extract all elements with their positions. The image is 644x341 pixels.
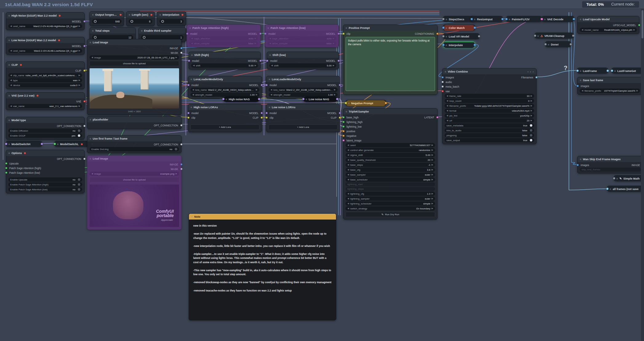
stepper-right-icon[interactable]: ▶ [432, 149, 433, 151]
node-header[interactable]: ≡all frames (not save [607, 186, 643, 192]
output-slot[interactable] [261, 112, 263, 114]
widget-image[interactable]: ◀imageexample.png▶ [90, 172, 179, 176]
collapsed-output-slot[interactable] [501, 18, 504, 20]
input-slot[interactable] [342, 33, 345, 35]
widget-clip-name[interactable]: ◀clip_namensfw_umt5_xxl_fp8_e4m3fn_scale… [8, 73, 82, 77]
collapse-icon[interactable]: ≡ [8, 143, 10, 146]
toggle-enable-gguf[interactable]: Enable GGUFyes [8, 133, 82, 138]
stepper-right-icon[interactable]: ▶ [432, 178, 433, 181]
stepper-right-icon[interactable]: ▶ [432, 192, 433, 195]
button-run-dry-run[interactable]: ✎Run Dry Run [346, 212, 435, 217]
node-header[interactable]: ≡Note [189, 214, 336, 220]
widget-base-quality-threshold[interactable]: ◀base_quality_threshold20▶ [346, 158, 435, 162]
widget-allow-compile[interactable]: ◀allow_compilefalse▶ [189, 41, 258, 46]
stepper-right-icon[interactable]: ▶ [531, 119, 532, 122]
node-clip-loader[interactable]: ≡CLIPCLIP◀clip_namensfw_umt5_xxl_fp8_e4m… [6, 61, 85, 89]
stepper-right-icon[interactable]: ▶ [255, 64, 256, 67]
stepper-left-icon[interactable]: ◀ [191, 37, 193, 40]
node-header[interactable]: ≡Options [6, 150, 84, 156]
collapse-icon[interactable]: ≡ [190, 106, 192, 109]
node-header[interactable]: ≡LastFrame [578, 68, 608, 74]
stepper-right-icon[interactable]: ▶ [176, 56, 177, 59]
node-header[interactable]: ≡Output longest side [90, 12, 124, 18]
stepper-right-icon[interactable]: ▶ [79, 105, 80, 107]
node-header[interactable]: ≡ModelSwitchH [6, 141, 42, 147]
stepper-right-icon[interactable]: ▶ [432, 154, 433, 156]
node-patch-sage-high[interactable]: ≡Patch Sage Attention (high)modelMODEL◀s… [187, 25, 261, 47]
node-lora-loader-high[interactable]: ≡LoraLoaderModelOnlymodelMODEL◀lora_name… [188, 76, 262, 99]
node-load-image-2[interactable]: ≡Load ImageIMAGEMASK◀imageexample.png▶ch… [87, 155, 182, 230]
image-preview[interactable] [90, 68, 179, 109]
widget-control-after-generate[interactable]: ◀control after generaterandomize▶ [346, 148, 435, 152]
widget-format[interactable]: ◀formatvideo/h264-mp4▶ [445, 109, 534, 113]
input-slot[interactable] [5, 172, 7, 174]
stepper-left-icon[interactable]: ◀ [193, 64, 194, 67]
stepper-right-icon[interactable]: ▶ [334, 93, 336, 96]
collapse-icon[interactable]: ≡ [191, 54, 193, 57]
collapse-icon[interactable]: ≡ [580, 79, 581, 82]
stepper-left-icon[interactable]: ◀ [347, 192, 349, 195]
node-header[interactable]: ≡Interpolation [157, 12, 186, 18]
stepper-right-icon[interactable]: ▶ [531, 114, 532, 117]
output-slot[interactable] [338, 60, 340, 62]
stepper-right-icon[interactable]: ▶ [531, 109, 532, 112]
prompt-textarea[interactable]: Subject pulls bikini to either side, exp… [346, 37, 435, 91]
node-vae-decode[interactable]: ≡VAE Decode [542, 16, 574, 22]
widget-image[interactable]: ◀image2020-07-28_05-16-44_UTC_1.jpg▶ [90, 55, 179, 60]
stepper-left-icon[interactable]: ◀ [10, 25, 12, 27]
node-header[interactable]: ≡Length (sec) [126, 12, 154, 18]
stepper-right-icon[interactable]: ▶ [333, 64, 334, 67]
stepper-left-icon[interactable]: ◀ [10, 74, 12, 77]
dial-knob-icon[interactable] [161, 20, 164, 23]
widget-filename-prefix[interactable]: ◀filename_prefix%date:yyyy-MM-dd%/157%Tr… [445, 104, 534, 108]
collapsed-output-slot[interactable] [336, 98, 338, 100]
stepper-left-icon[interactable]: ◀ [347, 207, 349, 210]
widget-allow-compile[interactable]: ◀allow_compilefalse▶ [267, 41, 336, 46]
node-header[interactable]: ≡Low noise NAG [303, 96, 337, 102]
node-header[interactable]: ≡Low Noise (GGUF) Wan 2.2 model [6, 37, 84, 43]
node-video-combine[interactable]: ≡Video Combine● ● ●imagesFilenamesaudiom… [442, 68, 537, 144]
node-header[interactable]: ≡placeholder [87, 117, 181, 122]
output-slot[interactable] [338, 33, 340, 35]
input-slot[interactable] [342, 116, 345, 118]
node-header[interactable]: ≡Video Combine● ● ● [442, 69, 536, 74]
node-header[interactable]: ≡CLIP [6, 62, 84, 68]
input-slot[interactable] [442, 85, 444, 88]
collapsed-output-slot[interactable] [385, 102, 387, 104]
widget-shift[interactable]: ◀shift5.00▶ [269, 63, 336, 68]
collapsed-output-slot[interactable] [474, 44, 476, 46]
widget-lightning-scheduler[interactable]: ◀lightning_schedulersimple▶ [346, 201, 435, 206]
widget-sage-attention[interactable]: ◀sage_attentionauto▶ [267, 36, 336, 41]
node-patch-sage-low[interactable]: ≡Patch Sage Attention (low)modelMODEL◀sa… [265, 25, 339, 47]
node-low-noise-nag[interactable]: ≡Low noise NAG [303, 96, 338, 102]
collapse-icon[interactable]: ≡ [8, 94, 10, 97]
widget-device[interactable]: ◀devicecuda:0▶ [8, 83, 82, 87]
widget-base-steps[interactable]: ◀base_steps-1▶ [346, 163, 435, 167]
collapsed-input-slot[interactable] [470, 18, 473, 20]
input-slot[interactable] [577, 164, 579, 166]
collapse-icon[interactable]: ≡ [90, 41, 91, 44]
node-resize-input[interactable]: ≡ResizeInput [471, 16, 503, 22]
collapse-icon[interactable]: ≡ [537, 34, 539, 38]
collapse-icon[interactable]: ≡ [580, 158, 581, 161]
stepper-left-icon[interactable]: ◀ [347, 173, 349, 176]
toggle-knob[interactable] [78, 183, 80, 186]
stepper-left-icon[interactable]: ◀ [10, 84, 12, 86]
dial-knob-icon[interactable] [130, 20, 133, 23]
node-vram-cleanup[interactable]: ≡⚠VRAM-Cleanup [535, 33, 574, 38]
widget-shift[interactable]: ◀shift5.00▶ [191, 63, 258, 68]
disabled-widget-lightning-start[interactable]: lightning_start [346, 182, 435, 186]
collapse-icon[interactable]: ≡ [8, 119, 10, 122]
output-slot[interactable] [83, 45, 86, 47]
collapse-icon[interactable]: ≡ [348, 102, 350, 105]
collapsed-input-slot[interactable] [576, 69, 579, 72]
vertical-scrollbar[interactable] [641, 9, 644, 341]
stepper-left-icon[interactable]: ◀ [10, 79, 12, 81]
collapse-icon[interactable]: ≡ [269, 106, 270, 109]
collapse-icon[interactable]: ≡ [129, 13, 130, 16]
stepper-right-icon[interactable]: ▶ [531, 95, 532, 97]
collapse-icon[interactable]: ≡ [269, 78, 270, 81]
toggle-knob[interactable] [530, 129, 532, 132]
node-vae-loader[interactable]: ≡VAE (use 2.1 vae)VAE◀vae_namewan_2.1_va… [6, 92, 85, 110]
output-slot[interactable] [180, 52, 182, 54]
